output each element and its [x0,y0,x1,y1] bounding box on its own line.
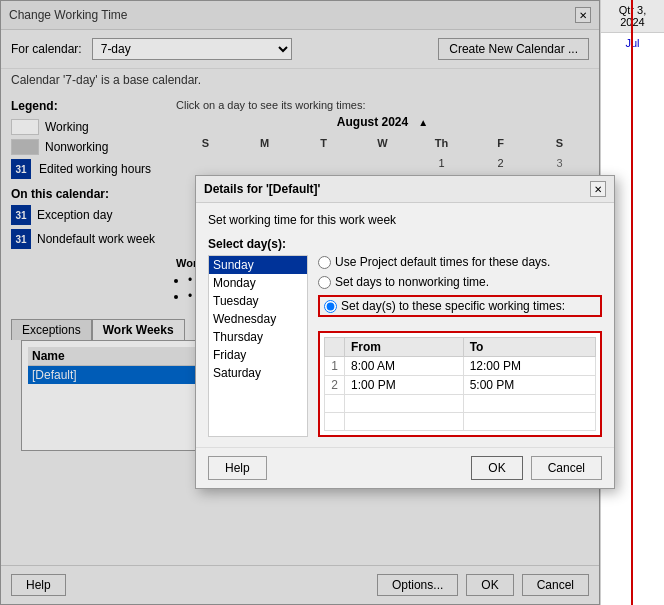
details-dialog: Details for '[Default]' ✕ Set working ti… [195,175,615,489]
dialog-help-button[interactable]: Help [208,456,267,480]
empty-num [325,413,345,431]
day-tuesday[interactable]: Tuesday [209,292,307,310]
times-row-empty-2 [325,413,596,431]
dialog-subtitle: Set working time for this work week [208,213,602,227]
dialog-title: Details for '[Default]' [204,182,320,196]
dialog-body: Set working time for this work week Sele… [196,203,614,447]
day-saturday[interactable]: Saturday [209,364,307,382]
day-sunday[interactable]: Sunday [209,256,307,274]
dialog-cancel-button[interactable]: Cancel [531,456,602,480]
times-row-2: 2 1:00 PM 5:00 PM [325,376,596,395]
row-num-2: 2 [325,376,345,395]
to-time-1[interactable]: 12:00 PM [463,357,595,376]
empty-num [325,395,345,413]
day-wednesday[interactable]: Wednesday [209,310,307,328]
radio-options: Use Project default times for these days… [318,255,602,437]
empty-to [463,413,595,431]
dialog-footer: Help OK Cancel [196,447,614,488]
row-num-1: 1 [325,357,345,376]
radio-item-specific: Set day(s) to these specific working tim… [318,295,602,317]
day-thursday[interactable]: Thursday [209,328,307,346]
radio-default-times[interactable] [318,256,331,269]
dialog-ok-button[interactable]: OK [471,456,522,480]
radio-item-nonworking: Set days to nonworking time. [318,275,602,289]
times-table: From To 1 8:00 AM 12:00 PM [324,337,596,431]
radio-specific-label: Set day(s) to these specific working tim… [341,299,565,313]
from-time-1[interactable]: 8:00 AM [345,357,464,376]
times-row-empty-1 [325,395,596,413]
dialog-close-button[interactable]: ✕ [590,181,606,197]
select-days-label: Select day(s): [208,237,602,251]
day-friday[interactable]: Friday [209,346,307,364]
day-monday[interactable]: Monday [209,274,307,292]
to-time-2[interactable]: 5:00 PM [463,376,595,395]
times-row-1: 1 8:00 AM 12:00 PM [325,357,596,376]
from-header: From [345,338,464,357]
current-date-line [631,0,633,605]
empty-from [345,395,464,413]
empty-to [463,395,595,413]
days-list: Sunday Monday Tuesday Wednesday Thursday… [208,255,308,437]
radio-item-default: Use Project default times for these days… [318,255,602,269]
radio-specific-times[interactable] [324,300,337,313]
times-table-container: From To 1 8:00 AM 12:00 PM [318,331,602,437]
dialog-title-bar: Details for '[Default]' ✕ [196,176,614,203]
dialog-two-col: Sunday Monday Tuesday Wednesday Thursday… [208,255,602,437]
radio-nonworking-label: Set days to nonworking time. [335,275,489,289]
radio-nonworking[interactable] [318,276,331,289]
from-time-2[interactable]: 1:00 PM [345,376,464,395]
row-num-header [325,338,345,357]
to-header: To [463,338,595,357]
empty-from [345,413,464,431]
times-section: From To 1 8:00 AM 12:00 PM [318,331,602,437]
radio-default-label: Use Project default times for these days… [335,255,550,269]
